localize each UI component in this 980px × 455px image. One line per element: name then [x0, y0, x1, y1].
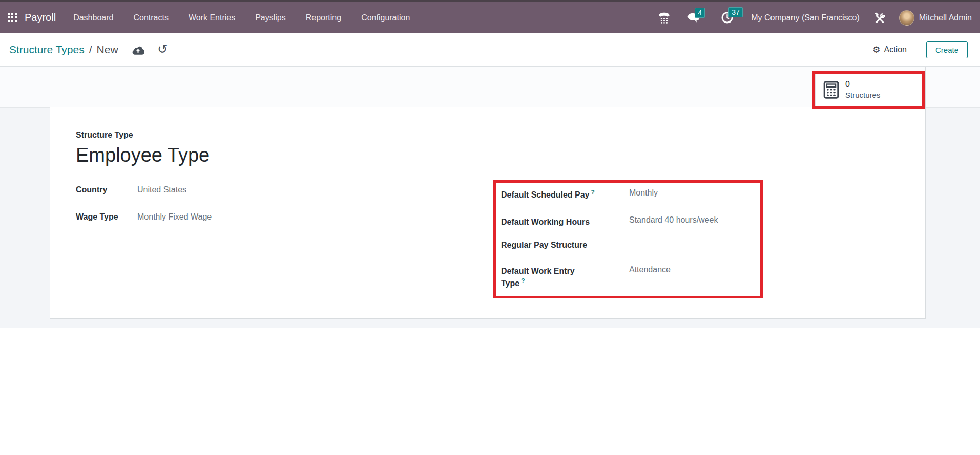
gear-icon: ⚙ [872, 46, 880, 54]
help-icon: ? [591, 189, 595, 196]
main-menu: Dashboard Contracts Work Entries Payslip… [73, 13, 410, 23]
messages-badge[interactable]: 4 [695, 8, 705, 18]
structures-stat-button[interactable]: 0 Structures [815, 74, 922, 106]
control-panel-right: ⚙ Action Create [872, 41, 968, 58]
menu-contracts[interactable]: Contracts [133, 13, 168, 23]
activities-badge[interactable]: 37 [728, 7, 743, 17]
breadcrumb-current: New [97, 44, 118, 56]
highlight-box-defaults: Default Scheduled Pay? Monthly Default W… [493, 180, 763, 298]
messages-icon[interactable]: 4 [687, 12, 700, 24]
breadcrumb: Structure Types / New [9, 44, 118, 56]
form-view: 0 Structures Structure Type Employee Typ… [0, 67, 980, 328]
default-work-entry-type-value[interactable]: Attendance [629, 265, 760, 290]
user-menu[interactable]: Mitchell Admin [919, 13, 972, 23]
action-menu-button[interactable]: ⚙ Action [872, 45, 907, 54]
right-field-group: Default Scheduled Pay? Monthly Default W… [501, 188, 760, 290]
structure-type-label: Structure Type [76, 131, 133, 140]
sheet-header [50, 67, 925, 107]
default-working-hours-value[interactable]: Standard 40 hours/week [629, 215, 760, 239]
menu-dashboard[interactable]: Dashboard [73, 13, 113, 23]
menu-work-entries[interactable]: Work Entries [189, 13, 235, 23]
record-name-input[interactable]: Employee Type [76, 144, 210, 166]
debug-tools-icon[interactable] [874, 12, 886, 24]
user-avatar[interactable] [899, 10, 914, 26]
discard-undo-icon[interactable]: ↺ [158, 44, 168, 56]
field-wage-type: Wage Type Monthly Fixed Wage [76, 212, 212, 240]
app-name[interactable]: Payroll [25, 12, 56, 24]
wage-type-label: Wage Type [76, 212, 137, 222]
softphone-icon[interactable] [657, 11, 671, 25]
breadcrumb-separator: / [89, 44, 92, 56]
country-value[interactable]: United States [137, 185, 186, 194]
default-scheduled-pay-label: Default Scheduled Pay? [501, 188, 629, 215]
control-panel: Structure Types / New ↺ ⚙ Action Create [0, 33, 980, 67]
company-switcher[interactable]: My Company (San Francisco) [751, 13, 860, 23]
menu-reporting[interactable]: Reporting [306, 13, 341, 23]
apps-menu-icon[interactable] [8, 13, 17, 22]
default-working-hours-label: Default Working Hours [501, 215, 629, 239]
create-button[interactable]: Create [926, 41, 968, 58]
left-field-group: Country United States Wage Type Monthly … [76, 185, 212, 240]
highlight-box-structures: 0 Structures [812, 71, 925, 109]
top-navbar: Payroll Dashboard Contracts Work Entries… [0, 2, 980, 33]
menu-configuration[interactable]: Configuration [361, 13, 410, 23]
structures-count: 0 [845, 79, 880, 90]
regular-pay-structure-label: Regular Pay Structure [501, 239, 629, 265]
activities-clock-icon[interactable]: 37 [721, 11, 734, 24]
help-icon: ? [521, 277, 525, 285]
menu-payslips[interactable]: Payslips [255, 13, 286, 23]
country-label: Country [76, 185, 137, 194]
calculator-icon [823, 81, 839, 99]
action-label: Action [884, 45, 907, 54]
default-scheduled-pay-value[interactable]: Monthly [629, 188, 760, 215]
wage-type-value[interactable]: Monthly Fixed Wage [137, 212, 212, 222]
form-sheet: 0 Structures Structure Type Employee Typ… [50, 67, 926, 319]
structures-label: Structures [845, 90, 880, 100]
save-cloud-icon[interactable] [132, 45, 144, 55]
breadcrumb-structure-types-link[interactable]: Structure Types [9, 44, 85, 56]
navbar-systray: 4 37 My Company (San Francisco) Mitchell… [657, 10, 972, 26]
regular-pay-structure-value[interactable] [629, 239, 760, 265]
field-country: Country United States [76, 185, 212, 212]
default-work-entry-type-label: Default Work Entry Type? [501, 265, 586, 290]
